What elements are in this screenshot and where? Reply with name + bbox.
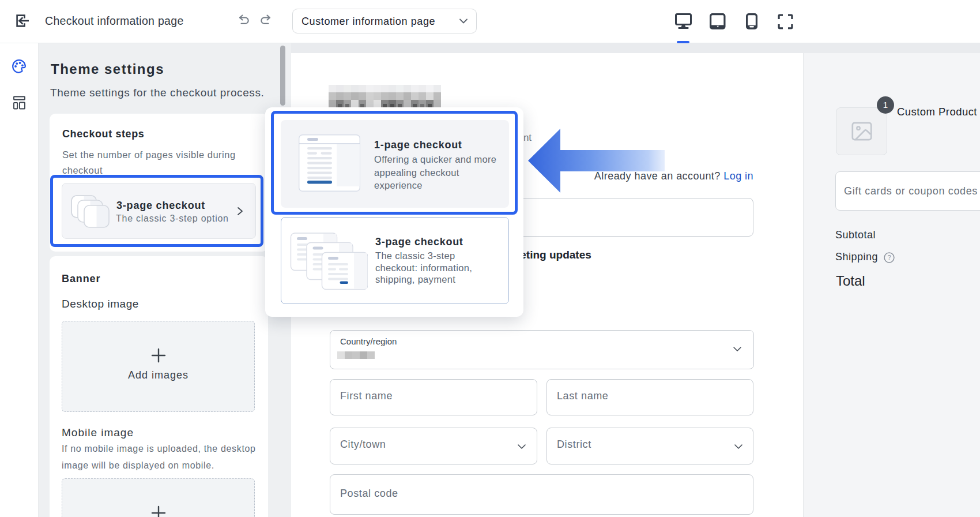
svg-text:?: ? [887,254,891,261]
